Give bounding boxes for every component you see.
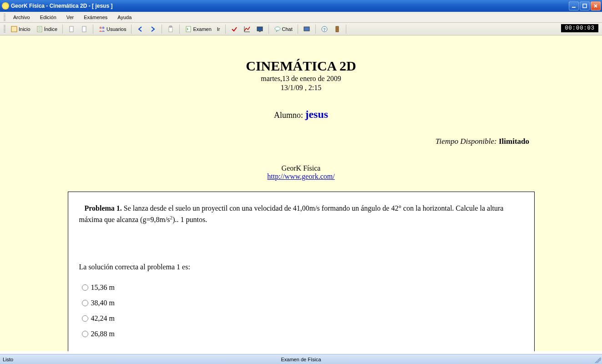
problem-text-a: Se lanza desde el suelo un proyectil con… [79,204,504,223]
option-2[interactable]: 38,40 m [82,299,523,307]
usuarios-label: Usuarios [106,26,126,32]
menubar: Archivo Edición Ver Exámenes Ayuda [0,12,602,23]
ir-button[interactable]: Ir [215,24,223,34]
maximize-button[interactable] [580,1,590,10]
option-1-label: 15,36 m [91,283,115,292]
timer-display: 00:00:03 [561,24,598,32]
resize-grip-icon[interactable] [595,357,601,363]
separator [346,25,346,34]
app-icon [2,2,9,10]
option-3-radio[interactable] [82,315,88,322]
option-4-label: 26,88 m [91,330,115,338]
svg-rect-17 [257,27,263,31]
statusbar: Listo Examen de Física [0,354,602,364]
menu-edicion[interactable]: Edición [36,13,61,21]
brand-name: GeorK Física [0,164,602,172]
svg-rect-8 [70,26,73,32]
grip-icon [4,25,5,33]
time-available: Tiempo Disponible: Ilimitado [0,137,529,146]
option-3-label: 42,24 m [91,314,115,323]
separator [225,25,226,34]
separator [315,25,316,34]
menu-ver[interactable]: Ver [62,13,78,21]
status-center: Examen de Física [281,357,321,362]
exam-icon [185,25,192,33]
option-1[interactable]: 15,36 m [82,283,523,292]
examen-button[interactable]: Examen [182,24,213,34]
separator [62,25,63,34]
exam-document[interactable]: CINEMÁTICA 2D martes,13 de enero de 2009… [0,35,602,351]
help-icon: ? [321,25,328,33]
check-icon [231,25,238,33]
minimize-button[interactable] [569,1,579,10]
options-group: 15,36 m 38,40 m 42,24 m 26,88 m [79,283,523,338]
option-4[interactable]: 26,88 m [82,330,523,338]
check-button[interactable] [228,24,240,34]
window-title: GeorK Física - Cinemática 2D - [ jesus ] [11,3,112,9]
option-2-radio[interactable] [82,300,88,306]
exit-button[interactable] [331,24,343,34]
usuarios-button[interactable]: Usuarios [96,24,128,34]
exam-short-date: 13/1/09 , 2:15 [0,84,602,92]
separator [268,25,269,34]
menu-examenes[interactable]: Exámenes [80,13,111,21]
option-4-radio[interactable] [82,331,88,337]
examen-label: Examen [193,26,211,32]
screen-button[interactable] [254,24,266,34]
brand-block: GeorK Física http://www.geork.com/ [0,164,602,181]
problem-statement: Problema 1. Se lanza desde el suelo un p… [79,203,523,225]
clipboard-button[interactable] [165,24,177,34]
users-icon [98,25,106,33]
doc2-button[interactable] [78,24,90,34]
forward-button[interactable] [147,24,159,34]
monitor2-button[interactable] [301,24,313,34]
time-value: Ilimitado [499,137,529,146]
clipboard-icon [167,25,174,33]
chart-button[interactable] [241,24,253,34]
option-3[interactable]: 42,24 m [82,314,523,323]
options-prompt: La solución correcta al problema 1 es: [79,262,523,273]
menu-archivo[interactable]: Archivo [9,13,34,21]
svg-rect-12 [169,27,172,32]
svg-rect-0 [572,7,576,8]
inicio-label: Inicio [19,26,30,32]
arrow-right-icon [149,25,157,33]
door-icon [334,25,341,33]
separator [179,25,180,34]
student-name: jesus [305,108,328,120]
indice-label: Índice [44,26,57,32]
chat-label: Chat [282,26,293,32]
document-icon [68,25,75,33]
doc1-button[interactable] [66,24,77,34]
indice-button[interactable]: Índice [34,24,60,34]
index-icon [36,25,43,33]
exam-long-date: martes,13 de enero de 2009 [0,75,602,83]
option-2-label: 38,40 m [91,299,115,307]
svg-rect-20 [304,27,309,31]
time-label: Tiempo Disponible: [435,137,499,146]
window-controls [569,1,601,10]
svg-point-10 [100,26,102,29]
home-icon [10,25,18,33]
ir-label: Ir [217,26,220,32]
monitor-icon [256,25,263,33]
close-button[interactable] [591,1,601,10]
svg-rect-13 [170,26,172,27]
separator [162,25,162,34]
problem-box: Problema 1. Se lanza desde el suelo un p… [68,192,535,351]
back-button[interactable] [134,24,146,34]
brand-link[interactable]: http://www.geork.com/ [267,172,334,180]
problem-label: Problema 1. [85,204,122,212]
exam-title: CINEMÁTICA 2D [0,58,602,74]
chart-icon [243,25,251,33]
option-1-radio[interactable] [82,284,88,291]
help-button[interactable]: ? [319,24,330,34]
exam-header: CINEMÁTICA 2D martes,13 de enero de 2009… [0,35,602,121]
menu-ayuda[interactable]: Ayuda [113,13,136,21]
inicio-button[interactable]: Inicio [8,24,33,34]
svg-rect-1 [583,4,587,8]
titlebar: GeorK Física - Cinemática 2D - [ jesus ] [0,0,602,12]
problem-text-b: ).. 1 puntos. [172,216,207,223]
svg-text:?: ? [323,27,326,32]
chat-button[interactable]: Chat [272,24,295,34]
